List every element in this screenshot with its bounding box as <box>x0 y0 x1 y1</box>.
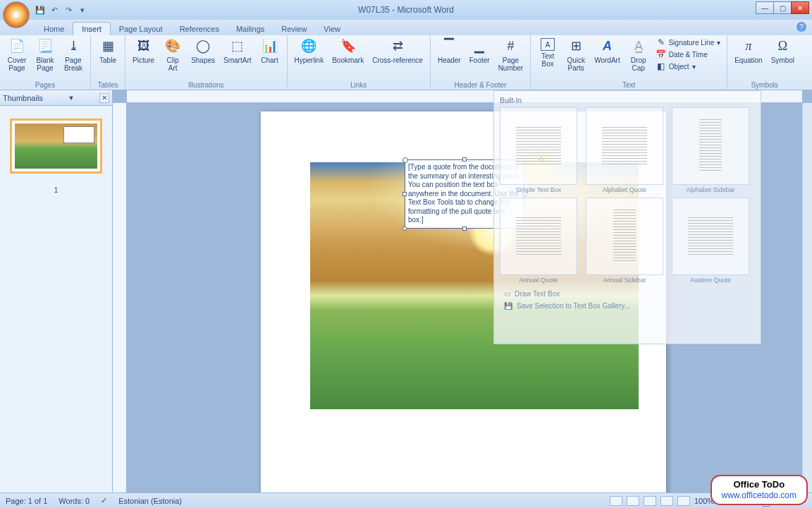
redo-icon[interactable]: ↷ <box>63 5 73 15</box>
thumbnail-image <box>15 123 97 169</box>
pages-group-label: Pages <box>4 80 86 90</box>
draft-view-button[interactable] <box>677 496 690 506</box>
help-icon[interactable]: ? <box>796 22 806 32</box>
gallery-item-alphabet-quote[interactable]: Alphabet Quote <box>586 107 663 193</box>
smartart-button[interactable]: ⬚SmartArt <box>221 37 254 66</box>
branding-overlay: Office ToDo www.officetodo.com <box>710 475 808 505</box>
picture-label: Picture <box>133 56 154 64</box>
thumbnail-page-number: 1 <box>0 186 112 194</box>
crossref-button[interactable]: ⇄Cross-reference <box>369 37 426 66</box>
save-selection-menuitem[interactable]: 💾Save Selection to Text Box Gallery... <box>500 300 755 312</box>
dropcap-label: Drop Cap <box>631 56 646 72</box>
vertical-ruler[interactable] <box>113 103 127 492</box>
maximize-button[interactable]: ▢ <box>773 1 792 14</box>
office-button[interactable]: ⊞ <box>3 1 30 28</box>
branding-name: Office ToDo <box>733 479 785 490</box>
chevron-down-icon: ▾ <box>717 39 720 47</box>
tables-group-label: Tables <box>95 80 121 90</box>
proofing-icon[interactable]: ✓ <box>101 496 107 505</box>
illustrations-group-label: Illustrations <box>130 80 283 90</box>
table-label: Table <box>99 56 116 64</box>
gallery-caption: Alphabet Sidebar <box>672 186 749 193</box>
wordart-button[interactable]: AWordArt <box>591 37 623 66</box>
chart-label: Chart <box>261 56 278 64</box>
headerfooter-group-label: Header & Footer <box>435 80 526 90</box>
cover-page-button[interactable]: 📄Cover Page <box>4 37 30 73</box>
save-icon[interactable]: 💾 <box>35 5 45 15</box>
textbox-button[interactable]: AText Box <box>535 37 560 69</box>
footer-label: Footer <box>469 56 490 64</box>
gallery-item-simple[interactable]: Simple Text Box <box>500 107 577 193</box>
hyperlink-button[interactable]: 🌐Hyperlink <box>292 37 327 66</box>
close-button[interactable]: ✕ <box>791 1 809 14</box>
draw-textbox-menuitem[interactable]: ▭Draw Text Box <box>500 288 755 300</box>
signature-line-button[interactable]: ✎Signature Line▾ <box>654 37 723 48</box>
gallery-caption: Annual Quote <box>500 277 577 284</box>
header-button[interactable]: ▔Header <box>435 37 464 66</box>
bookmark-button[interactable]: 🔖Bookmark <box>329 37 367 66</box>
print-layout-view-button[interactable] <box>610 496 622 506</box>
gallery-caption: Alphabet Quote <box>586 186 663 193</box>
object-icon: ◧ <box>656 61 666 71</box>
gallery-item-annual-sidebar[interactable]: Annual Sidebar <box>586 198 663 284</box>
resize-handle[interactable] <box>402 192 407 196</box>
picture-button[interactable]: 🖼Picture <box>130 37 157 66</box>
page-break-button[interactable]: ⤓Page Break <box>61 37 86 73</box>
shapes-button[interactable]: ◯Shapes <box>188 37 218 66</box>
tab-references[interactable]: References <box>171 23 228 35</box>
minimize-button[interactable]: — <box>756 1 774 14</box>
tab-review[interactable]: Review <box>273 23 315 35</box>
branding-url[interactable]: www.officetodo.com <box>722 490 797 500</box>
blank-page-button[interactable]: 📃Blank Page <box>32 37 58 73</box>
thumbnail-page-1[interactable] <box>10 119 102 174</box>
gallery-item-alphabet-sidebar[interactable]: Alphabet Sidebar <box>672 107 749 193</box>
status-words[interactable]: Words: 0 <box>59 497 90 505</box>
status-page[interactable]: Page: 1 of 1 <box>6 497 47 505</box>
resize-handle[interactable] <box>402 226 407 231</box>
pagenumber-button[interactable]: #Page Number <box>496 37 527 73</box>
resize-handle[interactable] <box>462 157 467 162</box>
object-button[interactable]: ◧Object▾ <box>654 61 723 72</box>
textbox-gallery-dropdown: Built-In Simple Text Box Alphabet Quote … <box>493 90 761 344</box>
resize-handle[interactable] <box>462 226 467 231</box>
undo-icon[interactable]: ↶ <box>49 5 59 15</box>
symbol-label: Symbol <box>771 56 794 64</box>
pagenumber-label: Page Number <box>498 56 524 72</box>
gallery-item-annual-quote[interactable]: Annual Quote <box>500 198 577 284</box>
window-title: W07L35 - Microsoft Word <box>358 5 454 15</box>
chevron-down-icon: ▾ <box>692 63 696 71</box>
clipart-button[interactable]: 🎨Clip Art <box>160 37 185 73</box>
tab-mailings[interactable]: Mailings <box>228 23 273 35</box>
tab-page-layout[interactable]: Page Layout <box>111 23 171 35</box>
status-language[interactable]: Estonian (Estonia) <box>118 497 182 505</box>
gallery-caption: Simple Text Box <box>500 186 577 193</box>
qat-more-icon[interactable]: ▾ <box>78 5 87 15</box>
equation-button[interactable]: πEquation <box>732 37 765 66</box>
signature-icon: ✎ <box>656 37 666 47</box>
gallery-item-austere-quote[interactable]: Austere Quote <box>672 198 749 284</box>
tab-view[interactable]: View <box>315 23 349 35</box>
header-label: Header <box>438 56 461 64</box>
chevron-down-icon[interactable]: ▼ <box>68 95 74 102</box>
close-thumbnails-button[interactable]: ✕ <box>99 93 109 103</box>
quickparts-button[interactable]: ⊞Quick Parts <box>563 37 589 73</box>
web-layout-view-button[interactable] <box>644 496 656 506</box>
dropcap-button[interactable]: A̲Drop Cap <box>626 37 651 73</box>
table-button[interactable]: ▦Table <box>95 37 121 66</box>
vertical-scrollbar[interactable] <box>802 103 812 492</box>
tab-insert[interactable]: Insert <box>73 22 111 35</box>
symbol-button[interactable]: ΩSymbol <box>768 37 797 66</box>
footer-button[interactable]: ▁Footer <box>467 37 493 66</box>
outline-view-button[interactable] <box>660 496 673 506</box>
tab-home[interactable]: Home <box>35 23 73 35</box>
calendar-icon: 📅 <box>656 49 666 59</box>
chart-button[interactable]: 📊Chart <box>257 37 283 66</box>
datetime-label: Date & Time <box>669 51 708 59</box>
fullscreen-view-button[interactable] <box>627 496 639 506</box>
cover-page-label: Cover Page <box>8 56 27 72</box>
textbox-label: Text Box <box>541 52 554 68</box>
datetime-button[interactable]: 📅Date & Time <box>654 49 723 60</box>
thumbnails-panel: Thumbnails ▼ ✕ 1 <box>0 90 113 492</box>
bookmark-label: Bookmark <box>332 56 364 64</box>
textbox-icon: ▭ <box>504 290 510 298</box>
